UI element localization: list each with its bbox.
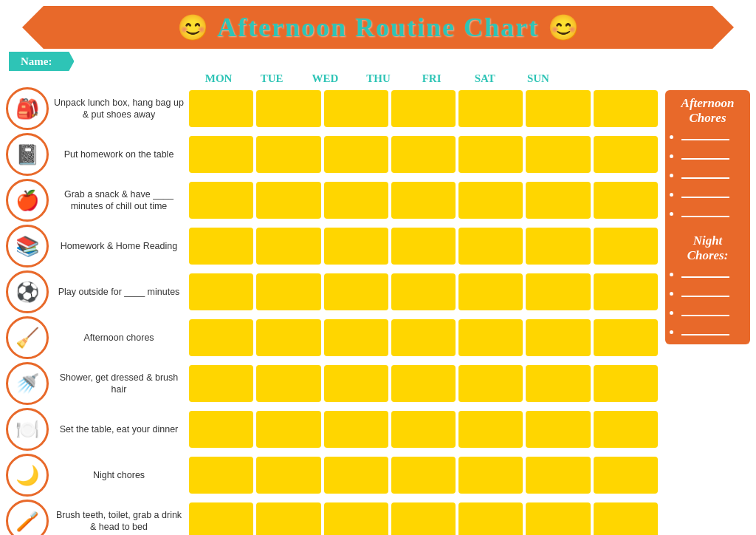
night-chore-2: [681, 287, 744, 300]
task-label-homework-table: Put homework on the table: [49, 147, 189, 162]
right-sidebar: Afternoon Chores Night Chores:: [665, 90, 750, 344]
day-cell[interactable]: [458, 90, 523, 127]
task-row-unpack: 🎒Unpack lunch box, hang bag up & put sho…: [6, 87, 661, 130]
day-wed: WED: [298, 72, 351, 85]
day-cell[interactable]: [256, 90, 320, 127]
day-cell[interactable]: [458, 319, 523, 356]
day-cell[interactable]: [189, 90, 253, 127]
day-cell[interactable]: [189, 365, 253, 402]
day-cell[interactable]: [256, 228, 320, 265]
day-cell[interactable]: [324, 273, 388, 310]
task-label-bed: Brush teeth, toilet, grab a drink & head…: [49, 508, 189, 535]
day-cell[interactable]: [189, 319, 253, 356]
day-cell[interactable]: [458, 228, 523, 265]
day-cell[interactable]: [324, 182, 388, 219]
night-chore-1: [681, 268, 744, 281]
day-cell[interactable]: [458, 182, 523, 219]
task-icon-homework-table: 📓: [6, 133, 49, 176]
day-cell[interactable]: [391, 182, 456, 219]
day-cell[interactable]: [189, 136, 253, 173]
day-cell[interactable]: [324, 502, 388, 535]
day-cell[interactable]: [391, 228, 456, 265]
chart-area: MON TUE WED THU FRI SAT SUN 🎒Unpack lunc…: [6, 72, 661, 535]
day-cell[interactable]: [594, 273, 658, 310]
day-cell[interactable]: [594, 90, 658, 127]
day-cell[interactable]: [189, 502, 253, 535]
day-cell[interactable]: [391, 273, 456, 310]
day-cell[interactable]: [458, 502, 523, 535]
task-row-night-chores: 🌙Night chores: [6, 454, 661, 497]
task-icon-bed: 🪥: [6, 500, 49, 535]
day-cell[interactable]: [526, 273, 590, 310]
day-cell[interactable]: [256, 502, 320, 535]
day-cell[interactable]: [391, 411, 456, 448]
day-cells-night-chores: [189, 457, 661, 494]
task-icon-outside: ⚽: [6, 270, 49, 313]
day-cell[interactable]: [256, 136, 320, 173]
task-icon-reading: 📚: [6, 225, 49, 268]
day-cell[interactable]: [526, 365, 590, 402]
days-header: MON TUE WED THU FRI SAT SUN: [192, 72, 661, 85]
day-cell[interactable]: [256, 182, 320, 219]
smiley-right-icon: 😊: [548, 13, 579, 42]
day-cell[interactable]: [458, 273, 523, 310]
day-cell[interactable]: [189, 411, 253, 448]
day-cell[interactable]: [458, 457, 523, 494]
day-cell[interactable]: [391, 457, 456, 494]
day-cell[interactable]: [189, 457, 253, 494]
task-row-snack: 🍎Grab a snack & have ____ minutes of chi…: [6, 179, 661, 222]
day-cell[interactable]: [526, 457, 590, 494]
day-cell[interactable]: [391, 319, 456, 356]
day-cell[interactable]: [256, 457, 320, 494]
day-cells-reading: [189, 228, 661, 265]
day-cell[interactable]: [594, 365, 658, 402]
day-cell[interactable]: [526, 90, 590, 127]
task-label-night-chores: Night chores: [49, 468, 189, 483]
day-cell[interactable]: [256, 273, 320, 310]
day-cell[interactable]: [458, 411, 523, 448]
day-cell[interactable]: [594, 502, 658, 535]
day-cell[interactable]: [526, 502, 590, 535]
day-cell[interactable]: [391, 365, 456, 402]
day-cell[interactable]: [458, 136, 523, 173]
day-cell[interactable]: [594, 228, 658, 265]
task-rows: 🎒Unpack lunch box, hang bag up & put sho…: [6, 87, 661, 535]
day-sat: SAT: [458, 72, 512, 85]
day-cell[interactable]: [391, 90, 456, 127]
day-cell[interactable]: [256, 319, 320, 356]
day-tue: TUE: [245, 72, 298, 85]
day-cell[interactable]: [324, 136, 388, 173]
day-cell[interactable]: [324, 411, 388, 448]
day-cell[interactable]: [256, 411, 320, 448]
aft-chore-1: [681, 130, 744, 143]
day-cell[interactable]: [391, 502, 456, 535]
night-chore-4: [681, 325, 744, 338]
day-cell[interactable]: [189, 228, 253, 265]
day-cell[interactable]: [458, 365, 523, 402]
day-cells-outside: [189, 273, 661, 310]
day-cell[interactable]: [594, 319, 658, 356]
day-cell[interactable]: [256, 365, 320, 402]
day-cell[interactable]: [391, 136, 456, 173]
day-cell[interactable]: [324, 319, 388, 356]
day-cell[interactable]: [594, 411, 658, 448]
day-cell[interactable]: [526, 411, 590, 448]
day-cell[interactable]: [324, 90, 388, 127]
day-cell[interactable]: [594, 457, 658, 494]
day-cell[interactable]: [189, 273, 253, 310]
task-label-reading: Homework & Home Reading: [49, 239, 189, 253]
day-cell[interactable]: [594, 182, 658, 219]
task-icon-shower: 🚿: [6, 362, 49, 405]
day-cell[interactable]: [526, 182, 590, 219]
day-cell[interactable]: [324, 457, 388, 494]
day-cell[interactable]: [189, 182, 253, 219]
day-cell[interactable]: [324, 365, 388, 402]
aft-chore-5: [681, 207, 744, 220]
day-cell[interactable]: [526, 136, 590, 173]
day-cell[interactable]: [526, 228, 590, 265]
day-cell[interactable]: [526, 319, 590, 356]
day-fri: FRI: [405, 72, 458, 85]
day-cell[interactable]: [324, 228, 388, 265]
day-cell[interactable]: [594, 136, 658, 173]
day-cells-bed: [189, 502, 661, 535]
